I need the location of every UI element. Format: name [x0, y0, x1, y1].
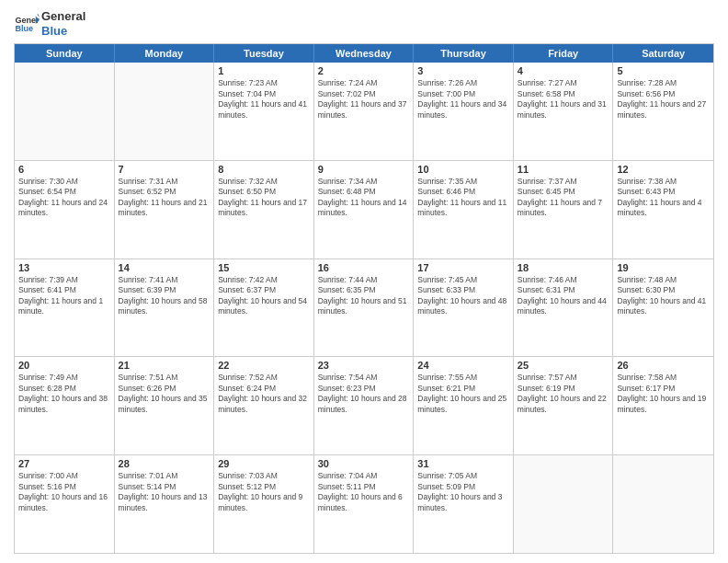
sunrise-line: Sunrise: 7:04 AM — [318, 471, 410, 481]
sunset-line: Sunset: 6:50 PM — [218, 187, 310, 197]
sunset-line: Sunset: 6:58 PM — [518, 89, 609, 99]
daylight-line: Daylight: 11 hours and 1 minute. — [18, 296, 110, 317]
sunrise-line: Sunrise: 7:52 AM — [218, 373, 310, 383]
sunrise-line: Sunrise: 7:57 AM — [518, 373, 609, 383]
day-number: 30 — [318, 458, 410, 469]
sunrise-line: Sunrise: 7:42 AM — [218, 275, 310, 285]
sunrise-line: Sunrise: 7:37 AM — [518, 177, 609, 187]
cal-cell: 2Sunrise: 7:24 AMSunset: 7:02 PMDaylight… — [314, 63, 415, 160]
cal-cell: 8Sunrise: 7:32 AMSunset: 6:50 PMDaylight… — [214, 161, 314, 259]
day-number: 20 — [18, 360, 110, 371]
sunrise-line: Sunrise: 7:23 AM — [218, 78, 310, 88]
daylight-line: Daylight: 10 hours and 22 minutes. — [518, 394, 609, 415]
sunset-line: Sunset: 6:35 PM — [318, 285, 410, 295]
day-header-thursday: Thursday — [414, 44, 514, 63]
day-number: 27 — [18, 458, 110, 469]
day-number: 11 — [518, 164, 609, 175]
week-row-1: 1Sunrise: 7:23 AMSunset: 7:04 PMDaylight… — [15, 63, 713, 161]
daylight-line: Daylight: 10 hours and 6 minutes. — [318, 492, 410, 513]
day-number: 18 — [518, 262, 609, 273]
sunrise-line: Sunrise: 7:28 AM — [617, 78, 710, 88]
cal-cell: 16Sunrise: 7:44 AMSunset: 6:35 PMDayligh… — [314, 259, 415, 357]
day-number: 14 — [119, 262, 210, 273]
sunrise-line: Sunrise: 7:26 AM — [417, 78, 509, 88]
daylight-line: Daylight: 11 hours and 34 minutes. — [417, 99, 509, 121]
daylight-line: Daylight: 10 hours and 9 minutes. — [218, 492, 310, 513]
sunset-line: Sunset: 5:16 PM — [18, 482, 110, 492]
daylight-line: Daylight: 10 hours and 32 minutes. — [218, 394, 310, 415]
header: General Blue General Blue — [14, 9, 714, 38]
sunset-line: Sunset: 6:46 PM — [417, 187, 509, 197]
day-header-wednesday: Wednesday — [314, 44, 415, 63]
sunset-line: Sunset: 6:17 PM — [617, 384, 710, 394]
daylight-line: Daylight: 10 hours and 35 minutes. — [119, 394, 210, 415]
sunset-line: Sunset: 6:48 PM — [318, 187, 410, 197]
sunrise-line: Sunrise: 7:46 AM — [518, 275, 609, 285]
day-number: 25 — [518, 360, 609, 371]
day-number: 9 — [318, 164, 410, 175]
cal-cell — [15, 63, 115, 160]
daylight-line: Daylight: 11 hours and 24 minutes. — [18, 198, 110, 219]
daylight-line: Daylight: 11 hours and 27 minutes. — [617, 99, 710, 121]
cal-cell: 15Sunrise: 7:42 AMSunset: 6:37 PMDayligh… — [214, 259, 314, 357]
cal-cell: 19Sunrise: 7:48 AMSunset: 6:30 PMDayligh… — [613, 259, 713, 357]
sunrise-line: Sunrise: 7:30 AM — [18, 177, 110, 187]
daylight-line: Daylight: 10 hours and 41 minutes. — [617, 296, 710, 317]
week-row-5: 27Sunrise: 7:00 AMSunset: 5:16 PMDayligh… — [15, 455, 713, 553]
day-header-saturday: Saturday — [613, 44, 713, 63]
sunrise-line: Sunrise: 7:49 AM — [18, 373, 110, 383]
sunrise-line: Sunrise: 7:35 AM — [417, 177, 509, 187]
sunset-line: Sunset: 6:43 PM — [617, 187, 710, 197]
day-number: 29 — [218, 458, 310, 469]
cal-cell — [115, 63, 215, 160]
calendar-header: SundayMondayTuesdayWednesdayThursdayFrid… — [15, 44, 713, 63]
sunset-line: Sunset: 6:30 PM — [617, 285, 710, 295]
cal-cell: 30Sunrise: 7:04 AMSunset: 5:11 PMDayligh… — [314, 455, 415, 553]
cal-cell: 17Sunrise: 7:45 AMSunset: 6:33 PMDayligh… — [414, 259, 514, 357]
sunset-line: Sunset: 7:00 PM — [417, 89, 509, 99]
sunset-line: Sunset: 6:37 PM — [218, 285, 310, 295]
daylight-line: Daylight: 10 hours and 38 minutes. — [18, 394, 110, 415]
daylight-line: Daylight: 10 hours and 19 minutes. — [617, 394, 710, 415]
sunset-line: Sunset: 6:41 PM — [18, 285, 110, 295]
logo: General Blue General Blue — [14, 9, 85, 38]
daylight-line: Daylight: 11 hours and 21 minutes. — [119, 198, 210, 219]
daylight-line: Daylight: 11 hours and 11 minutes. — [417, 198, 509, 219]
day-number: 17 — [417, 262, 509, 273]
sunset-line: Sunset: 6:45 PM — [518, 187, 609, 197]
cal-cell: 21Sunrise: 7:51 AMSunset: 6:26 PMDayligh… — [115, 357, 215, 454]
sunset-line: Sunset: 6:28 PM — [18, 384, 110, 394]
day-number: 19 — [617, 262, 710, 273]
week-row-4: 20Sunrise: 7:49 AMSunset: 6:28 PMDayligh… — [15, 357, 713, 455]
sunrise-line: Sunrise: 7:27 AM — [518, 78, 609, 88]
day-number: 7 — [119, 164, 210, 175]
daylight-line: Daylight: 10 hours and 28 minutes. — [318, 394, 410, 415]
sunrise-line: Sunrise: 7:39 AM — [18, 275, 110, 285]
cal-cell: 31Sunrise: 7:05 AMSunset: 5:09 PMDayligh… — [414, 455, 514, 553]
day-number: 21 — [119, 360, 210, 371]
daylight-line: Daylight: 11 hours and 17 minutes. — [218, 198, 310, 219]
logo-icon: General Blue — [14, 11, 40, 37]
cal-cell: 28Sunrise: 7:01 AMSunset: 5:14 PMDayligh… — [115, 455, 215, 553]
day-number: 6 — [18, 164, 110, 175]
daylight-line: Daylight: 10 hours and 54 minutes. — [218, 296, 310, 317]
sunset-line: Sunset: 7:04 PM — [218, 89, 310, 99]
daylight-line: Daylight: 10 hours and 48 minutes. — [417, 296, 509, 317]
cal-cell: 1Sunrise: 7:23 AMSunset: 7:04 PMDaylight… — [214, 63, 314, 160]
sunrise-line: Sunrise: 7:58 AM — [617, 373, 710, 383]
day-number: 23 — [318, 360, 410, 371]
calendar-body: 1Sunrise: 7:23 AMSunset: 7:04 PMDaylight… — [15, 63, 713, 553]
day-header-sunday: Sunday — [15, 44, 115, 63]
daylight-line: Daylight: 10 hours and 44 minutes. — [518, 296, 609, 317]
sunrise-line: Sunrise: 7:32 AM — [218, 177, 310, 187]
daylight-line: Daylight: 10 hours and 51 minutes. — [318, 296, 410, 317]
svg-text:Blue: Blue — [15, 24, 33, 33]
day-number: 26 — [617, 360, 710, 371]
cal-cell: 20Sunrise: 7:49 AMSunset: 6:28 PMDayligh… — [15, 357, 115, 454]
day-header-friday: Friday — [514, 44, 614, 63]
cal-cell — [514, 455, 614, 553]
day-number: 31 — [417, 458, 509, 469]
page: General Blue General Blue SundayMondayTu… — [0, 0, 728, 563]
daylight-line: Daylight: 11 hours and 4 minutes. — [617, 198, 710, 219]
logo-text: General Blue — [41, 9, 85, 38]
